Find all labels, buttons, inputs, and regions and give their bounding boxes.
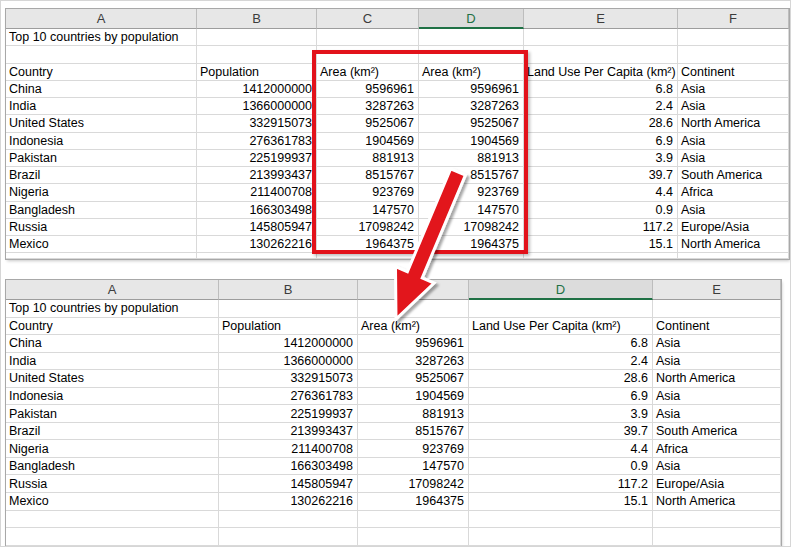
- cell-D4[interactable]: 2.4: [469, 353, 653, 371]
- cell-D13[interactable]: [469, 511, 653, 529]
- cell-A13[interactable]: Mexico: [6, 236, 197, 253]
- cell-E9[interactable]: 39.7: [524, 167, 678, 184]
- cell-E4[interactable]: Asia: [653, 353, 781, 371]
- cell-F9[interactable]: South America: [678, 167, 789, 184]
- cell-C12[interactable]: 1964375: [358, 493, 469, 511]
- cell-A9[interactable]: Brazil: [6, 167, 197, 184]
- cell-A2[interactable]: Country: [6, 318, 219, 336]
- cell-F13[interactable]: North America: [678, 236, 789, 253]
- cell-B5[interactable]: 1366000000: [197, 98, 317, 115]
- cell-A7[interactable]: Indonesia: [6, 133, 197, 150]
- cell-E7[interactable]: 6.9: [524, 133, 678, 150]
- cell-C11[interactable]: 147570: [317, 202, 419, 219]
- cell-F1[interactable]: [678, 29, 789, 46]
- cell-D9[interactable]: 8515767: [419, 167, 524, 184]
- cell-C10[interactable]: 147570: [358, 458, 469, 476]
- column-header-A[interactable]: A: [6, 9, 197, 29]
- cell-B1[interactable]: [219, 300, 358, 318]
- cell-A5[interactable]: India: [6, 98, 197, 115]
- cell-A9[interactable]: Nigeria: [6, 440, 219, 458]
- cell-B12[interactable]: 130262216: [219, 493, 358, 511]
- cell-F8[interactable]: Asia: [678, 150, 789, 167]
- cell-E1[interactable]: [653, 300, 781, 318]
- column-header-B[interactable]: B: [197, 9, 317, 29]
- cell-C4[interactable]: 3287263: [358, 353, 469, 371]
- column-header-B[interactable]: B: [219, 280, 358, 300]
- cell-B5[interactable]: 332915073: [219, 370, 358, 388]
- cell-C9[interactable]: 8515767: [317, 167, 419, 184]
- cell-F11[interactable]: Asia: [678, 202, 789, 219]
- cell-D2[interactable]: [419, 46, 524, 63]
- cell-C1[interactable]: [317, 29, 419, 46]
- cell-C14[interactable]: [317, 253, 419, 259]
- cell-E10[interactable]: 4.4: [524, 184, 678, 201]
- cell-F3[interactable]: Continent: [678, 64, 789, 81]
- cell-D5[interactable]: 28.6: [469, 370, 653, 388]
- cell-D14[interactable]: [419, 253, 524, 259]
- cell-B9[interactable]: 211400708: [219, 440, 358, 458]
- cell-B14[interactable]: [219, 528, 358, 546]
- cell-C13[interactable]: 1964375: [317, 236, 419, 253]
- cell-D1[interactable]: [419, 29, 524, 46]
- cell-A14[interactable]: [6, 253, 197, 259]
- cell-F14[interactable]: [678, 253, 789, 259]
- cell-E7[interactable]: Asia: [653, 405, 781, 423]
- cell-E5[interactable]: North America: [653, 370, 781, 388]
- cell-C5[interactable]: 9525067: [358, 370, 469, 388]
- cell-E3[interactable]: Asia: [653, 335, 781, 353]
- cell-A6[interactable]: United States: [6, 115, 197, 132]
- column-header-A[interactable]: A: [6, 280, 219, 300]
- cell-E13[interactable]: 15.1: [524, 236, 678, 253]
- cell-C14[interactable]: [358, 528, 469, 546]
- cell-E14[interactable]: [524, 253, 678, 259]
- cell-C6[interactable]: 1904569: [358, 388, 469, 406]
- cell-D12[interactable]: 15.1: [469, 493, 653, 511]
- column-header-D[interactable]: D: [469, 280, 653, 300]
- cell-A7[interactable]: Pakistan: [6, 405, 219, 423]
- cell-B8[interactable]: 213993437: [219, 423, 358, 441]
- cell-D6[interactable]: 9525067: [419, 115, 524, 132]
- cell-D5[interactable]: 3287263: [419, 98, 524, 115]
- cell-B12[interactable]: 145805947: [197, 219, 317, 236]
- cell-B7[interactable]: 225199937: [219, 405, 358, 423]
- cell-B8[interactable]: 225199937: [197, 150, 317, 167]
- cell-A4[interactable]: India: [6, 353, 219, 371]
- cell-C2[interactable]: [317, 46, 419, 63]
- cell-E12[interactable]: North America: [653, 493, 781, 511]
- cell-B11[interactable]: 166303498: [197, 202, 317, 219]
- column-header-C[interactable]: C: [358, 280, 469, 300]
- cell-E6[interactable]: 28.6: [524, 115, 678, 132]
- cell-A3[interactable]: China: [6, 335, 219, 353]
- cell-E8[interactable]: 3.9: [524, 150, 678, 167]
- cell-D13[interactable]: 1964375: [419, 236, 524, 253]
- cell-C7[interactable]: 1904569: [317, 133, 419, 150]
- cell-B9[interactable]: 213993437: [197, 167, 317, 184]
- cell-C11[interactable]: 17098242: [358, 475, 469, 493]
- cell-A8[interactable]: Brazil: [6, 423, 219, 441]
- cell-D11[interactable]: 147570: [419, 202, 524, 219]
- column-header-E[interactable]: E: [653, 280, 781, 300]
- cell-A1[interactable]: Top 10 countries by population: [6, 29, 197, 46]
- cell-C12[interactable]: 17098242: [317, 219, 419, 236]
- column-header-E[interactable]: E: [524, 9, 678, 29]
- cell-A13[interactable]: [6, 511, 219, 529]
- cell-A11[interactable]: Russia: [6, 475, 219, 493]
- cell-E10[interactable]: Asia: [653, 458, 781, 476]
- cell-A1[interactable]: Top 10 countries by population: [6, 300, 219, 318]
- cell-A12[interactable]: Russia: [6, 219, 197, 236]
- cell-B2[interactable]: [197, 46, 317, 63]
- cell-B13[interactable]: [219, 511, 358, 529]
- cell-B4[interactable]: 1412000000: [197, 81, 317, 98]
- cell-D12[interactable]: 17098242: [419, 219, 524, 236]
- cell-E9[interactable]: Africa: [653, 440, 781, 458]
- cell-B7[interactable]: 276361783: [197, 133, 317, 150]
- cell-C8[interactable]: 8515767: [358, 423, 469, 441]
- cell-D11[interactable]: 117.2: [469, 475, 653, 493]
- cell-C3[interactable]: Area (km²): [317, 64, 419, 81]
- cell-E5[interactable]: 2.4: [524, 98, 678, 115]
- cell-E11[interactable]: 0.9: [524, 202, 678, 219]
- cell-C7[interactable]: 881913: [358, 405, 469, 423]
- cell-B10[interactable]: 166303498: [219, 458, 358, 476]
- cell-E2[interactable]: [524, 46, 678, 63]
- cell-A8[interactable]: Pakistan: [6, 150, 197, 167]
